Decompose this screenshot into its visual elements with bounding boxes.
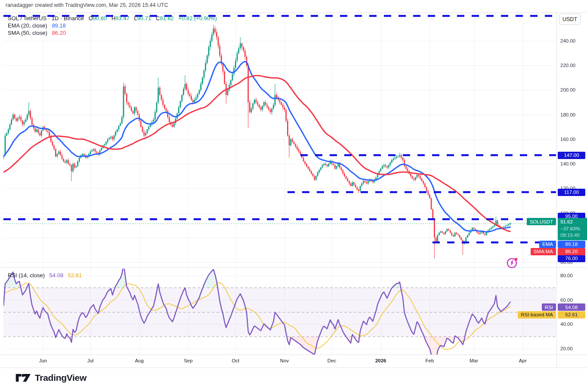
rsi-ma-value-badge: 52.61 [558,311,585,318]
symbol-title[interactable]: SOL / TetherUS · 1D · Binance [8,15,84,21]
price-axis-tick: 240.00 [560,38,575,43]
symbol-price-tag: SOLUSDT [527,218,556,225]
rsi-label[interactable]: RSI (14, close) [8,272,45,279]
time-axis-label: Jun [39,358,47,363]
time-axis-label: Aug [135,358,143,363]
rsi-axis-tick: 20.00 [560,346,573,351]
price-axis-tick: 180.00 [560,112,575,117]
chart-widget: ranadagger created with TradingView.com,… [0,0,587,392]
ema-tag: EMA [539,241,556,248]
ema-label[interactable]: EMA (20, close) [8,22,47,29]
rsi-axis-tick: 40.00 [560,322,573,327]
rsi-value-badge: 54.08 [558,303,585,311]
high-label: H [111,15,115,21]
rsi-legend[interactable]: RSI (14, close) 54.08 52.61 [8,272,82,279]
pct-change: −37.63% [560,226,587,233]
last-price: 91.62 [560,219,587,226]
low-value: 90.71 [137,15,151,21]
tradingview-logo[interactable]: TradingView [15,372,87,383]
open-value: 90.80 [93,15,107,21]
sma-legend-row[interactable]: SMA (50, close) 86.20 [8,30,217,37]
sma-tag: SMA:MA [531,248,556,255]
time-axis-label: Mar [470,358,478,363]
time-axis-label: Jul [87,358,94,363]
change-value: +0.82 (+0.90%) [178,15,217,21]
high-value: 93.47 [115,15,130,21]
rsi-ma-value: 52.61 [68,272,82,279]
time-axis-label: Nov [280,358,289,363]
rsi-axis-tick: 80.00 [560,273,573,278]
symbol-legend: SOL / TetherUS · 1D · Binance O90.80 H93… [8,15,217,37]
low-label: L [134,15,137,21]
watermark: ranadagger created with TradingView.com,… [6,2,168,8]
ema-value: 89.18 [52,22,66,29]
bar-countdown: 08:15:40 [560,232,587,239]
price-axis-tick: 160.00 [560,137,575,142]
level-badge-147: 147.00 [558,152,585,159]
sma-price-badge: 86.20 [558,248,585,255]
symbol-title-row[interactable]: SOL / TetherUS · 1D · Binance O90.80 H93… [8,15,217,22]
currency-toggle-button[interactable]: USDT [559,14,581,25]
time-axis-label: Dec [327,358,336,363]
close-value: 91.62 [160,15,174,21]
rsi-ma-tag: RSI-based MA [518,311,556,318]
rsi-axis-tick: 60.00 [560,297,573,303]
price-axis-tick: 140.00 [560,161,575,166]
ema-legend-row[interactable]: EMA (20, close) 89.18 [8,22,217,29]
rsi-value: 54.08 [49,272,64,279]
rsi-tag: RSI [542,303,556,311]
time-axis-label: Apr [519,358,527,363]
close-label: C [156,15,160,21]
time-axis-label: Oct [232,358,239,363]
open-label: O [89,15,93,21]
sma-value: 86.20 [52,30,66,36]
sma-label[interactable]: SMA (50, close) [8,30,47,36]
level-badge-117: 117.00 [558,189,585,196]
time-axis-label: Sep [184,358,192,363]
time-axis-label: 2026 [375,358,386,363]
price-axis-tick: 200.00 [560,87,575,92]
tradingview-mark-icon [15,372,31,383]
ema-price-badge: 89.18 [558,241,585,248]
price-axis-tick: 220.00 [560,63,575,68]
time-axis-label: Feb [425,358,434,363]
tradingview-logo-text: TradingView [35,373,87,383]
level-badge-76: 76.00 [558,255,585,262]
flash-boost-icon[interactable] [506,257,519,269]
chart-canvas[interactable] [0,0,587,392]
last-price-box: 91.62 −37.63% 08:15:40 [558,218,587,240]
